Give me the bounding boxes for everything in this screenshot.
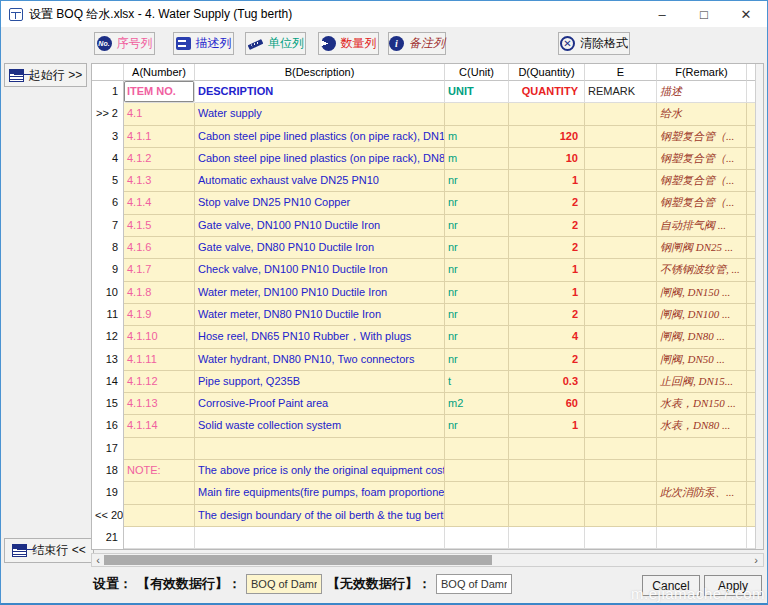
table-cell[interactable]: Solid waste collection system [195, 415, 445, 437]
row-number[interactable]: 5 [92, 170, 124, 192]
table-cell[interactable] [585, 259, 657, 281]
table-cell[interactable]: 止回阀, DN15... [657, 371, 747, 393]
table-cell[interactable]: The above price is only the original equ… [195, 460, 445, 482]
row-number[interactable]: 14 [92, 371, 124, 393]
table-cell[interactable]: 4.1.4 [124, 192, 195, 214]
row-number[interactable]: 13 [92, 349, 124, 371]
remark-column-button[interactable]: i 备注列 [388, 32, 446, 55]
table-cell[interactable] [585, 527, 657, 549]
apply-button[interactable]: Apply [704, 575, 762, 596]
table-cell[interactable]: Check valve, DN100 PN10 Ductile Iron [195, 259, 445, 281]
table-cell[interactable]: 1 [509, 282, 585, 304]
table-cell[interactable] [585, 148, 657, 170]
table-cell[interactable] [509, 482, 585, 504]
quantity-column-button[interactable]: 数量列 [318, 32, 379, 55]
table-cell[interactable]: 2 [509, 237, 585, 259]
table-cell[interactable]: m [445, 126, 509, 148]
table-cell[interactable] [445, 527, 509, 549]
start-row-button[interactable]: 起始行 >> [4, 63, 87, 87]
table-cell[interactable]: 4.1.14 [124, 415, 195, 437]
table-cell[interactable]: Cabon steel pipe lined plastics (on pipe… [195, 148, 445, 170]
table-cell[interactable]: The design boundary of the oil berth & t… [195, 505, 445, 527]
table-cell[interactable]: 闸阀, DN100 ... [657, 304, 747, 326]
row-number[interactable]: 15 [92, 393, 124, 415]
table-cell[interactable]: nr [445, 349, 509, 371]
table-cell[interactable] [445, 482, 509, 504]
row-number[interactable]: 4 [92, 148, 124, 170]
cancel-button[interactable]: Cancel [642, 575, 700, 596]
column-header[interactable]: E [585, 64, 657, 81]
row-number[interactable]: 17 [92, 438, 124, 460]
table-cell[interactable]: 4.1 [124, 103, 195, 125]
row-number[interactable]: 12 [92, 326, 124, 348]
table-cell[interactable]: 2 [509, 215, 585, 237]
table-cell[interactable]: UNIT [445, 81, 509, 103]
column-header[interactable] [92, 64, 124, 81]
table-cell[interactable]: 0.3 [509, 371, 585, 393]
table-cell[interactable]: Gate valve, DN100 PN10 Ductile Iron [195, 215, 445, 237]
table-cell[interactable]: 钢塑复合管（... [657, 148, 747, 170]
table-cell[interactable]: m [445, 148, 509, 170]
table-cell[interactable]: nr [445, 192, 509, 214]
unit-column-button[interactable]: 单位列 [245, 32, 306, 55]
close-button[interactable]: ✕ [725, 1, 767, 27]
table-cell[interactable]: 4.1.13 [124, 393, 195, 415]
table-cell[interactable] [585, 237, 657, 259]
table-cell[interactable]: ITEM NO. [124, 81, 195, 103]
table-cell[interactable]: 水表，DN80 ... [657, 415, 747, 437]
description-column-button[interactable]: 描述列 [173, 32, 234, 55]
number-column-button[interactable]: No. 序号列 [94, 32, 155, 55]
table-cell[interactable]: Main fire equipments(fire pumps, foam pr… [195, 482, 445, 504]
table-cell[interactable] [445, 460, 509, 482]
table-cell[interactable]: Stop valve DN25 PN10 Copper [195, 192, 445, 214]
table-cell[interactable]: REMARK [585, 81, 657, 103]
table-cell[interactable] [509, 460, 585, 482]
table-cell[interactable]: 此次消防泵、... [657, 482, 747, 504]
vertical-scrollbar[interactable] [755, 64, 763, 549]
row-number[interactable]: 21 [92, 527, 124, 549]
table-cell[interactable]: Gate valve, DN80 PN10 Ductile Iron [195, 237, 445, 259]
row-number[interactable]: >> 2 [92, 103, 124, 125]
table-cell[interactable]: QUANTITY [509, 81, 585, 103]
table-cell[interactable] [509, 103, 585, 125]
row-number[interactable]: 19 [92, 482, 124, 504]
row-number[interactable]: 9 [92, 259, 124, 281]
table-cell[interactable]: 1 [509, 415, 585, 437]
table-cell[interactable] [445, 505, 509, 527]
table-cell[interactable] [585, 349, 657, 371]
table-cell[interactable]: 120 [509, 126, 585, 148]
table-cell[interactable]: 4.1.2 [124, 148, 195, 170]
table-cell[interactable] [585, 415, 657, 437]
table-cell[interactable]: 10 [509, 148, 585, 170]
table-cell[interactable]: nr [445, 304, 509, 326]
row-number[interactable]: 11 [92, 304, 124, 326]
table-cell[interactable]: m2 [445, 393, 509, 415]
table-cell[interactable] [445, 438, 509, 460]
table-cell[interactable]: 4.1.10 [124, 326, 195, 348]
row-number[interactable]: 7 [92, 215, 124, 237]
row-number[interactable]: 1 [92, 81, 124, 103]
table-cell[interactable] [124, 482, 195, 504]
table-cell[interactable]: 4.1.1 [124, 126, 195, 148]
table-cell[interactable] [585, 482, 657, 504]
table-cell[interactable] [195, 527, 445, 549]
table-cell[interactable]: Pipe support, Q235B [195, 371, 445, 393]
table-cell[interactable]: 1 [509, 259, 585, 281]
table-cell[interactable] [657, 460, 747, 482]
table-cell[interactable]: 4.1.9 [124, 304, 195, 326]
table-cell[interactable]: 钢塑复合管（... [657, 126, 747, 148]
table-cell[interactable] [124, 438, 195, 460]
table-cell[interactable]: nr [445, 170, 509, 192]
table-cell[interactable]: Automatic exhaust valve DN25 PN10 [195, 170, 445, 192]
table-cell[interactable]: nr [445, 259, 509, 281]
row-number[interactable]: << 20 [92, 505, 124, 527]
table-cell[interactable]: nr [445, 326, 509, 348]
table-cell[interactable] [585, 282, 657, 304]
table-cell[interactable] [585, 371, 657, 393]
scroll-left-arrow-icon[interactable]: ‹ [92, 554, 104, 566]
table-cell[interactable]: 2 [509, 304, 585, 326]
table-cell[interactable] [585, 460, 657, 482]
horizontal-scrollbar[interactable]: ‹ › [91, 553, 764, 567]
maximize-button[interactable]: □ [683, 1, 725, 27]
column-header[interactable]: B(Description) [195, 64, 445, 81]
